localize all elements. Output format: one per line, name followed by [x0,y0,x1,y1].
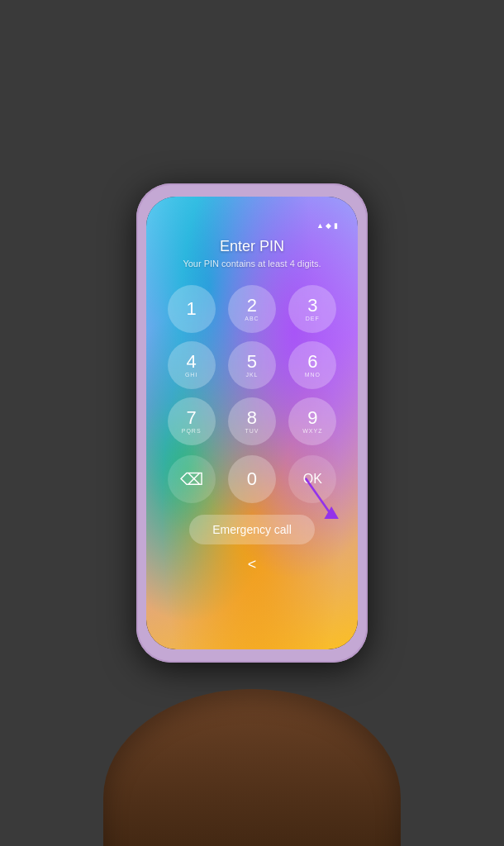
ok-button[interactable]: OK [288,455,336,503]
key-4[interactable]: 4 GHI [168,341,216,389]
key-7-letters: PQRS [182,428,202,434]
key-9-letters: WXYZ [302,428,322,434]
key-4-letters: GHI [185,372,197,378]
hand-bottom [103,689,401,846]
ok-label: OK [303,472,322,487]
status-bar: ▲ ◆ ▮ [159,220,345,231]
emergency-call-label: Emergency call [212,523,292,536]
keypad-grid: 1 2 ABC 3 DEF 4 GHI [165,285,339,445]
status-icons: ▲ ◆ ▮ [316,221,338,230]
key-6-number: 6 [307,353,317,371]
phone-screen: ▲ ◆ ▮ Enter PIN Your PIN contains at lea… [146,197,358,649]
backspace-button[interactable]: ⌫ [168,455,216,503]
key-8-letters: TUV [245,428,259,434]
key-2-letters: ABC [245,316,259,321]
pin-subtitle: Your PIN contains at least 4 digits. [183,259,321,269]
key-3-letters: DEF [306,316,320,321]
key-9-number: 9 [307,409,317,427]
key-3[interactable]: 3 DEF [288,285,336,333]
key-8-number: 8 [247,409,257,427]
screen-content: ▲ ◆ ▮ Enter PIN Your PIN contains at lea… [146,197,358,649]
key-7[interactable]: 7 PQRS [168,397,216,445]
phone-case: ▲ ◆ ▮ Enter PIN Your PIN contains at lea… [136,183,368,663]
key-1-number: 1 [187,300,197,318]
pin-title: Enter PIN [220,238,284,255]
key-8[interactable]: 8 TUV [228,397,276,445]
key-4-number: 4 [187,353,197,371]
scene: ▲ ◆ ▮ Enter PIN Your PIN contains at lea… [0,0,504,846]
key-3-number: 3 [307,297,317,315]
backspace-icon: ⌫ [180,469,203,489]
key-0-number: 0 [247,470,257,488]
back-button[interactable]: < [248,556,257,573]
key-5-number: 5 [247,353,257,371]
emergency-call-button[interactable]: Emergency call [189,515,315,544]
key-9[interactable]: 9 WXYZ [288,397,336,445]
back-icon: < [248,556,257,573]
bottom-row: ⌫ 0 OK [165,455,339,503]
key-0[interactable]: 0 [228,455,276,503]
key-2-number: 2 [247,297,257,315]
key-2[interactable]: 2 ABC [228,285,276,333]
key-7-number: 7 [187,409,197,427]
key-5[interactable]: 5 JKL [228,341,276,389]
key-5-letters: JKL [245,372,258,378]
key-6-letters: MNO [305,372,321,378]
key-1[interactable]: 1 [168,285,216,333]
key-6[interactable]: 6 MNO [288,341,336,389]
